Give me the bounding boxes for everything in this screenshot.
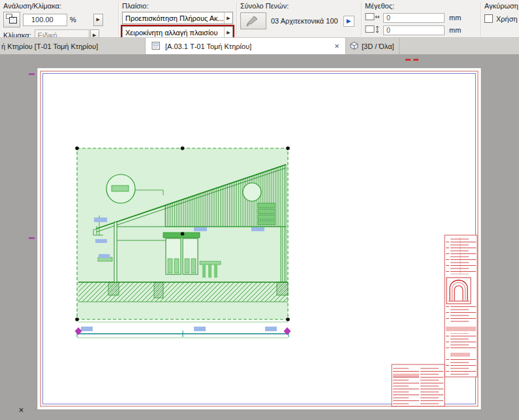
scale-value-dropdown-button[interactable]: ▶ [90, 29, 99, 37]
tab-3d-all[interactable]: [3D / Όλα] [346, 38, 400, 54]
furniture [200, 261, 221, 265]
tab-3d-label: [3D / Όλα] [362, 42, 394, 50]
pen-set-dropdown-button[interactable]: ▶ [343, 16, 354, 27]
magenta-guide-marker [29, 237, 35, 239]
width-unit-label: mm [449, 14, 461, 22]
foundation-hatch [108, 282, 119, 295]
anchor-section: Αγκύρωση: Χρήση [481, 1, 519, 37]
scale-value-field[interactable]: Ειδική... [35, 29, 89, 37]
scale-dropdown-button[interactable]: ▶ [93, 14, 103, 26]
document-tab-bar: ή Κτηρίου [Τ-01 Τομή Κτηρίου] [A.03.1 Τ-… [0, 38, 519, 55]
title-block-text-rows [446, 359, 476, 375]
tab-section-t01[interactable]: ή Κτηρίου [Τ-01 Τομή Κτηρίου] [0, 38, 146, 54]
title-block-highlight-cell [446, 327, 476, 331]
red-guide-dash [405, 59, 411, 61]
pen-icon [244, 14, 262, 28]
chevron-right-blue-icon: ▶ [347, 18, 351, 24]
size-section: Μέγεθος: mm mm [362, 1, 480, 37]
frame-preview-option-button[interactable]: Προεπισκόπηση Πλήρους Ακ... ▶ [122, 12, 233, 24]
pen-set-section: Σύνολο Πενών: 03 Αρχιτεκτονικά 100 ▶ [237, 1, 361, 37]
layout-canvas[interactable]: × [0, 55, 519, 420]
title-block-text-rows [446, 306, 476, 324]
pen-set-label: Σύνολο Πενών: [240, 2, 358, 10]
scale-percent-input[interactable] [23, 14, 67, 26]
width-input[interactable] [383, 13, 445, 23]
title-block-text-rows [446, 333, 476, 350]
width-icon [365, 12, 381, 23]
layout-scene [0, 55, 519, 420]
pen-set-button[interactable] [240, 12, 266, 29]
frame-section: Πλαίσιο: Προεπισκόπηση Πλήρους Ακ... ▶ Χ… [119, 1, 236, 37]
height-input[interactable] [383, 25, 445, 35]
schedule-text-rows [393, 366, 443, 405]
use-checkbox[interactable] [484, 14, 493, 23]
left-wall [114, 222, 117, 282]
layout-sheet-icon [151, 41, 161, 52]
height-icon [365, 25, 381, 35]
right-wall-hatch [281, 227, 286, 282]
chevron-right-icon: ▶ [93, 33, 96, 38]
title-block-text-rows [446, 237, 476, 274]
tab-layout-a031-active[interactable]: [A.03.1 Τ-01 Τομή Κτηρίου] × [146, 38, 346, 54]
foundation-hatch [277, 282, 288, 295]
schedule-table[interactable] [392, 364, 445, 406]
percent-label: % [70, 16, 76, 24]
scale-section: Ανάλυση/Κλίμακα: % ▶ Κλίμακα: Ειδική... … [0, 1, 118, 37]
placed-section-drawing[interactable] [75, 146, 291, 338]
pane-close-button[interactable]: × [19, 406, 24, 415]
resize-icon [5, 13, 18, 26]
chevron-right-icon: ▶ [224, 27, 232, 37]
title-block[interactable] [445, 235, 477, 377]
cube-3d-icon [350, 41, 358, 52]
schedule-highlight-cell [393, 374, 419, 377]
pen-set-value: 03 Αρχιτεκτονικά 100 [271, 17, 338, 25]
red-guide-dash [413, 59, 418, 61]
foundation-hatch [154, 282, 163, 298]
use-checkbox-label: Χρήση [496, 15, 518, 23]
size-label: Μέγεθος: [365, 2, 477, 10]
round-window [243, 183, 261, 201]
frame-manual-option-button[interactable]: Χειροκίνητη αλλαγή πλαισίου ▶ [122, 26, 233, 37]
magenta-guide-marker [29, 73, 35, 75]
chevron-right-icon: ▶ [97, 17, 100, 22]
furniture-legs [202, 265, 217, 278]
chevron-right-icon: ▶ [224, 12, 232, 24]
resize-scale-button[interactable] [3, 12, 20, 27]
analysis-scale-label: Ανάλυση/Κλίμακα: [3, 2, 115, 10]
title-block-highlight-cell [450, 353, 470, 357]
height-unit-label: mm [449, 26, 461, 34]
scale-label: Κλίμακα: [3, 31, 31, 38]
frame-label: Πλαίσιο: [122, 2, 233, 10]
info-box-toolbar: Ανάλυση/Κλίμακα: % ▶ Κλίμακα: Ειδική... … [0, 0, 519, 38]
anchor-label: Αγκύρωση: [484, 2, 516, 10]
active-tab-label: [A.03.1 Τ-01 Τομή Κτηρίου] [165, 42, 328, 50]
tab-bar-empty-space [400, 38, 519, 54]
close-tab-icon[interactable]: × [332, 42, 341, 50]
